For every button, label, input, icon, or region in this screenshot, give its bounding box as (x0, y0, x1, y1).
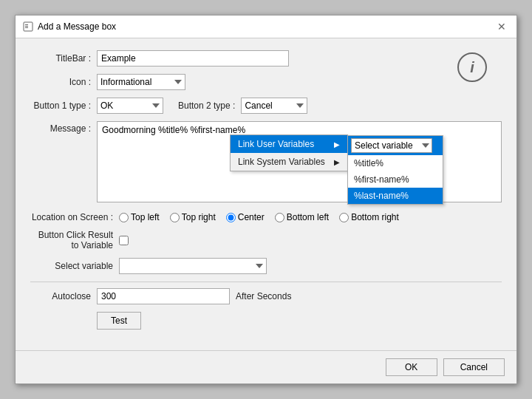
btn1-select[interactable]: OK Yes No (97, 98, 163, 114)
radio-bottom-left[interactable]: Bottom left (275, 212, 329, 222)
btn2-select[interactable]: Cancel No None (241, 98, 307, 114)
svg-rect-2 (25, 26, 28, 27)
context-menu-item-system-vars[interactable]: Link System Variables ▶ (231, 153, 347, 171)
btn2-label: Button 2 type : (178, 100, 235, 111)
submenu-select-row: Select variable %title% %first-name% %la… (348, 136, 443, 155)
context-menu-system-vars-label: Link System Variables (238, 157, 325, 167)
radio-top-left[interactable]: Top left (119, 212, 160, 222)
dialog-title: Add a Message box (38, 21, 116, 32)
context-menu: Link User Variables ▶ Select variable %t… (230, 134, 348, 171)
btn2-row: Button 2 type : Cancel No None (178, 98, 307, 114)
button-click-label: Button Click Result to Variable (30, 230, 119, 250)
icon-label: Icon : (30, 77, 97, 87)
cancel-button[interactable]: Cancel (443, 358, 505, 376)
title-bar-left: Add a Message box (23, 21, 116, 32)
context-menu-arrow: ▶ (334, 140, 340, 149)
after-seconds-label: After Seconds (236, 291, 291, 301)
titlebar-label: TitleBar : (30, 53, 97, 64)
message-area-wrapper: Goodmorning %title% %first-name% Link Us… (97, 121, 502, 205)
close-button[interactable]: ✕ (494, 20, 509, 33)
ok-button[interactable]: OK (386, 358, 437, 376)
titlebar-input[interactable] (97, 50, 289, 66)
submenu-item-title[interactable]: %title% (348, 155, 443, 171)
test-button[interactable]: Test (97, 312, 141, 330)
select-var-select[interactable] (119, 258, 267, 274)
radio-center[interactable]: Center (226, 212, 265, 222)
context-menu-item-user-vars[interactable]: Link User Variables ▶ Select variable %t… (231, 135, 347, 153)
submenu-item-last-name[interactable]: %last-name% (348, 188, 443, 204)
radio-bottom-right[interactable]: Bottom right (339, 212, 399, 222)
submenu-select[interactable]: Select variable %title% %first-name% %la… (351, 138, 432, 153)
button-click-checkbox-wrapper (119, 236, 129, 245)
radio-top-right[interactable]: Top right (170, 212, 216, 222)
titlebar-row: TitleBar : (30, 50, 502, 66)
svg-rect-1 (25, 24, 28, 25)
message-label: Message : (30, 121, 97, 134)
submenu-item-first-name[interactable]: %first-name% (348, 171, 443, 188)
select-var-row: Select variable (30, 258, 502, 274)
button-click-row: Button Click Result to Variable (30, 230, 502, 250)
autoclose-input[interactable] (97, 288, 230, 304)
button-click-checkbox[interactable] (119, 236, 129, 245)
location-row: Location on Screen : Top left Top right … (30, 212, 502, 222)
dialog-footer: OK Cancel (16, 350, 516, 383)
btn1-label: Button 1 type : (30, 100, 97, 111)
dialog-icon (23, 21, 33, 32)
title-bar: Add a Message box ✕ (16, 16, 516, 38)
message-row: Message : Goodmorning %title% %first-nam… (30, 121, 502, 205)
dialog: Add a Message box ✕ i TitleBar : Icon : … (15, 15, 517, 384)
dialog-content: TitleBar : Icon : Informational Warning … (16, 38, 516, 341)
select-var-label: Select variable (30, 261, 119, 271)
info-icon: i (457, 52, 487, 82)
divider (30, 282, 502, 282)
svg-rect-3 (25, 27, 28, 28)
location-label: Location on Screen : (30, 212, 119, 222)
icon-row: Icon : Informational Warning Error Quest… (30, 74, 502, 90)
autoclose-label: Autoclose (30, 291, 97, 301)
submenu-user-vars: Select variable %title% %first-name% %la… (347, 135, 443, 205)
context-menu-user-vars-label: Link User Variables (238, 139, 314, 149)
button-types-row: Button 1 type : OK Yes No Button 2 type … (30, 98, 502, 114)
test-btn-wrapper: Test (97, 312, 502, 330)
autoclose-row: Autoclose After Seconds (30, 288, 502, 304)
location-radio-group: Top left Top right Center Bottom left Bo… (119, 212, 399, 222)
context-menu-system-arrow: ▶ (334, 158, 340, 166)
icon-select[interactable]: Informational Warning Error Question (97, 74, 185, 90)
